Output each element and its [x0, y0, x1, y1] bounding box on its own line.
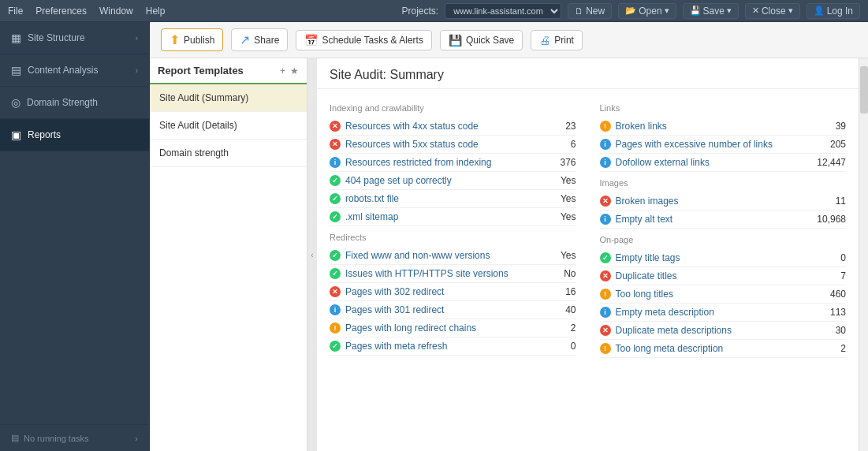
- sidebar-bottom-chevron[interactable]: ›: [135, 434, 138, 443]
- row-dup-meta-label[interactable]: Duplicate meta descriptions: [616, 325, 810, 336]
- menu-help[interactable]: Help: [146, 6, 166, 17]
- status-green-icon-4: ✓: [330, 250, 341, 261]
- report-scrollbar[interactable]: [859, 58, 868, 451]
- row-excessive-links-label[interactable]: Pages with excessive number of links: [616, 139, 810, 150]
- sidebar-label-reports: Reports: [28, 129, 138, 140]
- menu-preferences[interactable]: Preferences: [35, 6, 87, 17]
- row-broken-links: ! Broken links 39: [600, 117, 847, 136]
- row-broken-images-label[interactable]: Broken images: [616, 196, 810, 207]
- template-site-audit-summary[interactable]: Site Audit (Summary): [150, 84, 307, 112]
- row-long-meta-label[interactable]: Too long meta description: [616, 343, 810, 354]
- row-empty-meta-value: 113: [814, 307, 846, 318]
- quicksave-button[interactable]: 💾 Quick Save: [440, 30, 523, 50]
- menu-right: Projects: www.link-assistant.com 🗋 New 📂…: [402, 3, 860, 19]
- row-dofollow: i Dofollow external links 12,447: [600, 154, 847, 172]
- row-301-label[interactable]: Pages with 301 redirect: [345, 304, 540, 315]
- left-column: Indexing and crawlability ✕ Resources wi…: [330, 97, 576, 443]
- row-restricted: i Resources restricted from indexing 376: [330, 154, 576, 172]
- template-site-audit-details[interactable]: Site Audit (Details): [150, 112, 307, 140]
- schedule-label: Schedule Tasks & Alerts: [322, 35, 423, 46]
- row-broken-links-label[interactable]: Broken links: [616, 121, 810, 132]
- status-green-icon-5: ✓: [330, 268, 341, 279]
- row-4xx: ✕ Resources with 4xx status code 23: [330, 117, 576, 136]
- row-broken-images-value: 11: [814, 196, 846, 207]
- row-www-label[interactable]: Fixed www and non-www versions: [345, 250, 540, 261]
- chevron-right-icon-2: ›: [136, 66, 138, 75]
- templates-title: Report Templates: [158, 65, 275, 76]
- row-5xx-label[interactable]: Resources with 5xx status code: [345, 139, 540, 150]
- row-301-value: 40: [545, 304, 576, 315]
- row-https: ✓ Issues with HTTP/HTTPS site versions N…: [330, 265, 576, 283]
- open-button[interactable]: 📂 Open ▾: [618, 3, 676, 19]
- status-orange-icon-3: !: [600, 289, 611, 300]
- close-button[interactable]: ✕ Close ▾: [745, 3, 800, 19]
- row-restricted-label[interactable]: Resources restricted from indexing: [345, 157, 540, 168]
- row-https-label[interactable]: Issues with HTTP/HTTPS site versions: [345, 268, 540, 279]
- no-tasks-label: No running tasks: [24, 434, 89, 443]
- row-dofollow-label[interactable]: Dofollow external links: [616, 157, 810, 168]
- row-404-label[interactable]: 404 page set up correctly: [345, 175, 540, 186]
- save-button[interactable]: 💾 Save ▾: [683, 3, 739, 19]
- status-red-icon-6: ✕: [600, 325, 611, 336]
- row-sitemap: ✓ .xml sitemap Yes: [330, 208, 576, 226]
- row-empty-meta-label[interactable]: Empty meta description: [616, 307, 810, 318]
- content-area: ⬆ Publish ↗ Share 📅 Schedule Tasks & Ale…: [150, 22, 868, 451]
- images-section-title: Images: [600, 178, 847, 189]
- schedule-button[interactable]: 📅 Schedule Tasks & Alerts: [296, 30, 432, 50]
- row-302-label[interactable]: Pages with 302 redirect: [345, 286, 540, 297]
- sidebar-item-content-analysis[interactable]: ▤ Content Analysis ›: [0, 54, 149, 87]
- row-alt-text-label[interactable]: Empty alt text: [616, 214, 810, 225]
- templates-collapse-handle[interactable]: ‹: [307, 58, 317, 451]
- scrollbar-thumb[interactable]: [860, 66, 868, 114]
- links-section-title: Links: [600, 103, 847, 114]
- row-robots-value: Yes: [545, 193, 576, 204]
- row-robots-label[interactable]: robots.txt file: [345, 193, 540, 204]
- toolbar: ⬆ Publish ↗ Share 📅 Schedule Tasks & Ale…: [150, 22, 868, 58]
- menu-file[interactable]: File: [8, 6, 23, 17]
- row-redirect-chains-value: 2: [545, 322, 576, 334]
- quicksave-icon: 💾: [449, 34, 462, 47]
- template-domain-strength[interactable]: Domain strength: [150, 140, 307, 167]
- publish-button[interactable]: ⬆ Publish: [161, 28, 223, 51]
- row-4xx-label[interactable]: Resources with 4xx status code: [345, 121, 540, 132]
- content-analysis-icon: ▤: [11, 64, 21, 76]
- status-blue-icon: i: [330, 157, 341, 168]
- row-dup-title-label[interactable]: Duplicate titles: [616, 270, 810, 281]
- status-orange-icon: !: [330, 322, 341, 334]
- report-header: Site Audit: Summary: [317, 58, 859, 89]
- row-restricted-value: 376: [545, 157, 576, 168]
- status-green-icon-3: ✓: [330, 211, 341, 222]
- row-long-title-label[interactable]: Too long titles: [616, 289, 810, 300]
- projects-label: Projects:: [402, 6, 439, 17]
- row-meta-refresh-value: 0: [545, 341, 576, 352]
- status-blue-icon-3: i: [600, 139, 611, 150]
- row-empty-title: ✓ Empty title tags 0: [600, 249, 847, 267]
- sidebar-item-domain-strength[interactable]: ◎ Domain Strength: [0, 87, 149, 119]
- row-robots: ✓ robots.txt file Yes: [330, 190, 576, 208]
- row-dofollow-value: 12,447: [814, 157, 846, 168]
- status-blue-icon-5: i: [600, 214, 611, 225]
- report-title: Site Audit: Summary: [330, 68, 444, 81]
- menu-window[interactable]: Window: [99, 6, 133, 17]
- row-sitemap-label[interactable]: .xml sitemap: [345, 211, 540, 222]
- row-4xx-value: 23: [545, 121, 576, 132]
- row-redirect-chains-label[interactable]: Pages with long redirect chains: [345, 322, 540, 334]
- print-button[interactable]: 🖨 Print: [531, 30, 583, 50]
- sidebar-item-site-structure[interactable]: ▦ Site Structure ›: [0, 22, 149, 54]
- row-redirect-chains: ! Pages with long redirect chains 2: [330, 319, 576, 337]
- sidebar-item-reports[interactable]: ▣ Reports: [0, 119, 149, 151]
- quicksave-label: Quick Save: [466, 35, 514, 46]
- row-meta-refresh: ✓ Pages with meta refresh 0: [330, 337, 576, 356]
- project-selector[interactable]: www.link-assistant.com: [445, 3, 561, 19]
- share-button[interactable]: ↗ Share: [231, 28, 288, 51]
- add-template-icon[interactable]: +: [280, 65, 285, 76]
- new-button[interactable]: 🗋 New: [568, 3, 612, 19]
- sidebar-label-domain-strength: Domain Strength: [27, 97, 138, 108]
- row-long-title-value: 460: [814, 289, 846, 300]
- star-template-icon[interactable]: ★: [290, 65, 299, 76]
- no-tasks-icon: ▤: [11, 433, 19, 443]
- status-red-icon-3: ✕: [330, 286, 341, 297]
- row-meta-refresh-label[interactable]: Pages with meta refresh: [345, 341, 540, 352]
- login-button[interactable]: 👤 Log In: [807, 3, 860, 19]
- row-empty-title-label[interactable]: Empty title tags: [616, 252, 810, 263]
